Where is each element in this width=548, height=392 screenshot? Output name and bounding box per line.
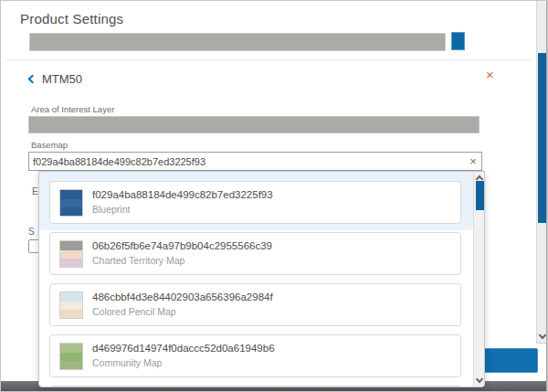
basemap-option-label: Blueprint	[92, 204, 130, 215]
basemap-thumbnail	[59, 291, 83, 319]
back-link-mtm50[interactable]: MTM50	[29, 71, 82, 86]
chevron-left-icon	[28, 74, 37, 83]
basemap-thumbnail	[59, 189, 83, 217]
basemap-dropdown: f029a4ba88184de499c82b7ed3225f93 Bluepri…	[38, 171, 485, 387]
aoi-disabled-input	[28, 116, 480, 133]
basemap-option-colored-pencil[interactable]: 486cbbf4d3e84402903a656396a2984f Colored…	[49, 283, 461, 326]
basemap-option-charted-territory[interactable]: 06b26f5fb6e74a97b9b04c2955566c39 Charted…	[49, 232, 461, 275]
accent-square[interactable]	[451, 32, 465, 50]
page-title: Product Settings	[20, 11, 123, 26]
basemap-option-community[interactable]: d469976d14974f0daccc52d0a61949b6 Communi…	[49, 334, 461, 377]
back-link-label: MTM50	[42, 72, 82, 86]
redacted-field-bar	[29, 33, 446, 51]
divider	[6, 59, 532, 60]
basemap-thumbnail	[59, 343, 83, 370]
primary-action-button[interactable]	[480, 348, 538, 373]
basemap-option-id: d469976d14974f0daccc52d0a61949b6	[92, 343, 275, 354]
scroll-down-icon[interactable]	[476, 376, 483, 383]
window-scroll-down-icon[interactable]	[539, 332, 546, 339]
close-icon[interactable]: ×	[486, 68, 494, 82]
basemap-option-label: Colored Pencil Map	[92, 306, 176, 317]
basemap-thumbnail	[59, 240, 83, 268]
basemap-input-wrap: ×	[28, 152, 482, 171]
basemap-field-label: Basemap	[31, 140, 68, 150]
dropdown-scrollbar-thumb[interactable]	[476, 181, 484, 210]
basemap-option-id: f029a4ba88184de499c82b7ed3225f93	[92, 189, 273, 200]
basemap-option-blueprint[interactable]: f029a4ba88184de499c82b7ed3225f93 Bluepri…	[49, 181, 461, 224]
basemap-option-label: Community Map	[92, 357, 162, 368]
obscured-field-label-s: S	[28, 227, 35, 237]
clear-input-icon[interactable]: ×	[465, 154, 481, 168]
aoi-field-label: Area of Interest Layer	[31, 104, 114, 114]
basemap-option-id: 06b26f5fb6e74a97b9b04c2955566c39	[92, 240, 272, 251]
obscured-field-label-e: E	[32, 186, 38, 196]
dropdown-scrollbar[interactable]	[473, 172, 485, 387]
product-settings-window: Product Settings MTM50 × Area of Interes…	[0, 0, 548, 392]
basemap-option-label: Charted Territory Map	[92, 255, 184, 266]
basemap-option-partial[interactable]	[49, 386, 461, 387]
basemap-option-id: 486cbbf4d3e84402903a656396a2984f	[92, 291, 273, 302]
basemap-input[interactable]	[29, 156, 465, 167]
